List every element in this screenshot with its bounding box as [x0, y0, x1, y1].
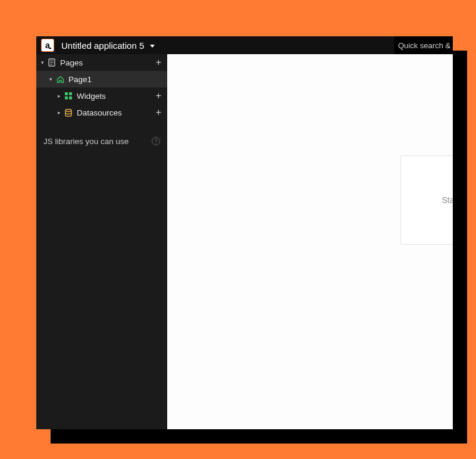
svg-rect-5	[69, 92, 72, 95]
starter-card-text: Sta	[441, 195, 453, 205]
tree-row-page1[interactable]: ▾ Page1	[36, 71, 167, 88]
topbar: a Untitled application 5 Quick search &	[36, 36, 453, 54]
help-icon[interactable]: ?	[152, 137, 160, 145]
tree-row-pages[interactable]: ▾ Pages +	[36, 54, 167, 71]
chevron-down-icon[interactable]: ▾	[47, 76, 54, 82]
app-window: a Untitled application 5 Quick search & …	[36, 36, 453, 429]
page-icon	[47, 58, 57, 67]
starter-card[interactable]: Sta	[400, 155, 453, 245]
page1-label: Page1	[68, 75, 161, 84]
quick-search-label: Quick search &	[398, 41, 450, 50]
widgets-icon	[64, 92, 73, 99]
app-logo[interactable]: a	[41, 39, 54, 52]
quick-search-button[interactable]: Quick search &	[394, 36, 453, 54]
app-title-dropdown[interactable]: Untitled application 5	[61, 40, 155, 51]
svg-point-8	[65, 109, 71, 111]
chevron-down-icon[interactable]: ▾	[39, 60, 46, 65]
js-libraries-label: JS libraries you can use	[43, 137, 129, 146]
chevron-right-icon[interactable]: ▸	[55, 110, 62, 115]
widgets-label: Widgets	[77, 92, 156, 101]
app-title-text: Untitled application 5	[61, 40, 144, 51]
svg-rect-7	[69, 96, 72, 99]
chevron-down-icon	[150, 45, 155, 48]
chevron-right-icon[interactable]: ▸	[55, 93, 62, 99]
main-area: ▾ Pages + ▾ Page1 ▸ Widgets	[36, 54, 453, 429]
database-icon	[64, 109, 73, 117]
pages-label: Pages	[60, 58, 156, 67]
js-libraries-section[interactable]: JS libraries you can use ?	[36, 133, 167, 149]
canvas-area[interactable]: Sta	[167, 54, 453, 429]
tree-row-widgets[interactable]: ▸ Widgets +	[36, 88, 167, 104]
home-icon	[55, 76, 65, 83]
datasources-label: Datasources	[77, 108, 156, 117]
add-widget-button[interactable]: +	[156, 90, 161, 101]
logo-text: a	[45, 40, 50, 50]
svg-rect-4	[65, 92, 68, 95]
add-page-button[interactable]: +	[156, 57, 161, 68]
sidebar: ▾ Pages + ▾ Page1 ▸ Widgets	[36, 54, 167, 429]
add-datasource-button[interactable]: +	[156, 107, 161, 118]
tree-row-datasources[interactable]: ▸ Datasources +	[36, 104, 167, 121]
svg-rect-6	[65, 96, 68, 99]
